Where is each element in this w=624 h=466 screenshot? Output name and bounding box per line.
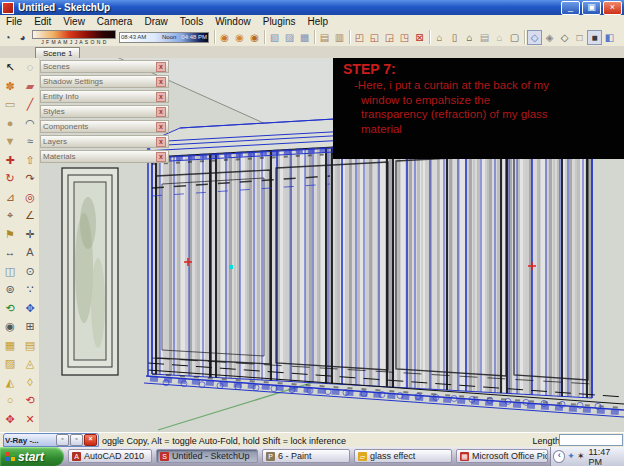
minimize-button[interactable]: _ (561, 1, 580, 15)
walk-tool[interactable]: ∵ (20, 280, 40, 299)
section-plane-tool[interactable]: ◫ (0, 262, 20, 281)
menu-plugins[interactable]: Plugins (257, 16, 302, 27)
task-folder-glass-effect[interactable]: ▱glass effect (354, 449, 452, 463)
selection-box-icon[interactable]: ▧ (267, 30, 282, 45)
globe-pan-icon[interactable]: ◉ (232, 30, 247, 45)
position-camera-tool[interactable]: ⊙ (20, 262, 40, 281)
dimension-tool[interactable]: ↔ (0, 243, 20, 262)
style-hidden-line-icon[interactable]: □ (572, 30, 587, 45)
tray-panel-layers[interactable]: Layersx (40, 135, 169, 148)
vray-restore-button[interactable]: ▫ (56, 434, 69, 446)
tray-panel-close-icon[interactable]: x (156, 92, 166, 102)
style-shaded-icon[interactable]: ■ (587, 30, 602, 45)
measurement-input[interactable] (559, 434, 623, 446)
push-pull-tool[interactable]: ⇧ (20, 151, 40, 170)
solid-intersect-icon[interactable]: ◲ (382, 30, 397, 45)
style-back-edges-icon[interactable]: ◈ (542, 30, 557, 45)
hide-inactive-icons-chevron[interactable]: ‹ (553, 450, 565, 463)
style-xray-icon[interactable]: ◇ (527, 30, 542, 45)
view-top-icon[interactable]: ▯ (447, 30, 462, 45)
pan-tool[interactable]: ✥ (20, 299, 40, 318)
style-wireframe-icon[interactable]: ◇ (557, 30, 572, 45)
protractor-tool[interactable]: ∠ (20, 206, 40, 225)
view-right-icon[interactable]: ▤ (477, 30, 492, 45)
shadow-date-strip[interactable] (32, 30, 116, 39)
tray-panel-close-icon[interactable]: x (156, 77, 166, 87)
arc-tool[interactable]: ◠ (20, 114, 40, 133)
smoove-tool[interactable]: ▨ (0, 354, 20, 373)
3d-text-tool[interactable]: A (20, 243, 40, 262)
task-paint[interactable]: P6 - Paint (262, 449, 350, 463)
menu-camera[interactable]: Camera (91, 16, 139, 27)
tape-measure-tool[interactable]: ⌖ (0, 206, 20, 225)
zoom-tool[interactable]: ◉ (0, 317, 20, 336)
lasso-tool[interactable]: ◌ (20, 58, 40, 77)
polygon-tool[interactable]: ▼ (0, 132, 20, 151)
solid-union-icon[interactable]: ◰ (352, 30, 367, 45)
task-autocad[interactable]: AAutoCAD 2010 (68, 449, 152, 463)
rectangle-tool[interactable]: ▭ (0, 95, 20, 114)
start-button[interactable]: start (0, 447, 64, 466)
add-detail-tool[interactable]: ◊ (20, 373, 40, 392)
text-tool[interactable]: ⚑ (0, 225, 20, 244)
tray-panel-close-icon[interactable]: x (156, 107, 166, 117)
follow-me-tool[interactable]: ↷ (20, 169, 40, 188)
tray-panel-close-icon[interactable]: x (156, 122, 166, 132)
paint-bucket-tool[interactable]: ✽ (0, 77, 20, 96)
tray-app-icon[interactable]: ✶ (577, 452, 585, 461)
axes-tool[interactable]: ✛ (20, 225, 40, 244)
line-tool[interactable]: ╱ (20, 95, 40, 114)
tray-panel-close-icon[interactable]: x (156, 137, 166, 147)
tray-panel-close-icon[interactable]: x (156, 152, 166, 162)
shadow-settings-dialog-icon[interactable]: ◔ (0, 30, 15, 45)
menu-help[interactable]: Help (302, 16, 335, 27)
tray-panel-scenes[interactable]: Scenesx (40, 60, 169, 73)
tray-network-icon[interactable]: ✦ (567, 452, 575, 461)
task-office-picture-manager[interactable]: ▦Microsoft Office Pictu... (456, 449, 548, 463)
nav-pan-tool[interactable]: ✥ (0, 410, 20, 429)
offset-tool[interactable]: ◎ (20, 188, 40, 207)
restore-button[interactable]: ▣ (582, 1, 601, 15)
eraser-tool[interactable]: ▰ (20, 77, 40, 96)
solid-trim-icon[interactable]: ◳ (397, 30, 412, 45)
shadow-time-slider[interactable]: 08:43 AM Noon 04:48 PM (119, 32, 209, 43)
component-make-icon[interactable]: ▤ (317, 30, 332, 45)
solid-subtract-icon[interactable]: ◱ (367, 30, 382, 45)
tray-panel-styles[interactable]: Stylesx (40, 105, 169, 118)
sandbox-from-scratch-tool[interactable]: ▤ (20, 336, 40, 355)
vray-close-button[interactable]: × (84, 434, 97, 446)
zoom-window-tool[interactable]: ⊞ (20, 317, 40, 336)
menu-window[interactable]: Window (209, 16, 257, 27)
view-iso-icon[interactable]: ⌂ (432, 30, 447, 45)
rotate-tool[interactable]: ↻ (0, 169, 20, 188)
shadow-date-slider[interactable]: J F M A M J J A S O N D (32, 30, 116, 45)
menu-edit[interactable]: Edit (28, 16, 57, 27)
drape-tool[interactable]: ◭ (0, 373, 20, 392)
style-textured-icon[interactable]: ◧ (602, 30, 617, 45)
nav-zoom-extents-tool[interactable]: ✕ (20, 410, 40, 429)
vray-maximize-button[interactable]: ▫ (70, 434, 83, 446)
stamp-tool[interactable]: ◬ (20, 354, 40, 373)
tray-panel-entity-info[interactable]: Entity Infox (40, 90, 169, 103)
globe-orbit-icon[interactable]: ◉ (217, 30, 232, 45)
menu-tools[interactable]: Tools (174, 16, 209, 27)
circle-tool[interactable]: ● (0, 114, 20, 133)
sandbox-from-contours-tool[interactable]: ▦ (0, 336, 20, 355)
view-left-icon[interactable]: ▢ (507, 30, 522, 45)
menu-file[interactable]: File (0, 16, 28, 27)
vray-mini-window[interactable]: V-Ray -... ▫▫× (3, 433, 99, 447)
orbit-tool[interactable]: ⟲ (0, 299, 20, 318)
tray-panel-close-icon[interactable]: x (156, 62, 166, 72)
select-tool[interactable]: ↖ (0, 58, 20, 77)
flip-edge-tool[interactable]: ○ (0, 391, 20, 410)
selection-lasso-icon[interactable]: ▨ (282, 30, 297, 45)
nav-orbit-tool[interactable]: ⟲ (20, 391, 40, 410)
globe-zoom-icon[interactable]: ◉ (247, 30, 262, 45)
selection-all-icon[interactable]: ▩ (297, 30, 312, 45)
task-sketchup[interactable]: SUntitled - SketchUp (156, 449, 258, 463)
freehand-tool[interactable]: ≈ (20, 132, 40, 151)
view-back-icon[interactable]: ⌂ (492, 30, 507, 45)
component-edit-icon[interactable]: ▥ (332, 30, 347, 45)
delete-component-icon[interactable]: ⊠ (412, 30, 427, 45)
look-around-tool[interactable]: ⊚ (0, 280, 20, 299)
